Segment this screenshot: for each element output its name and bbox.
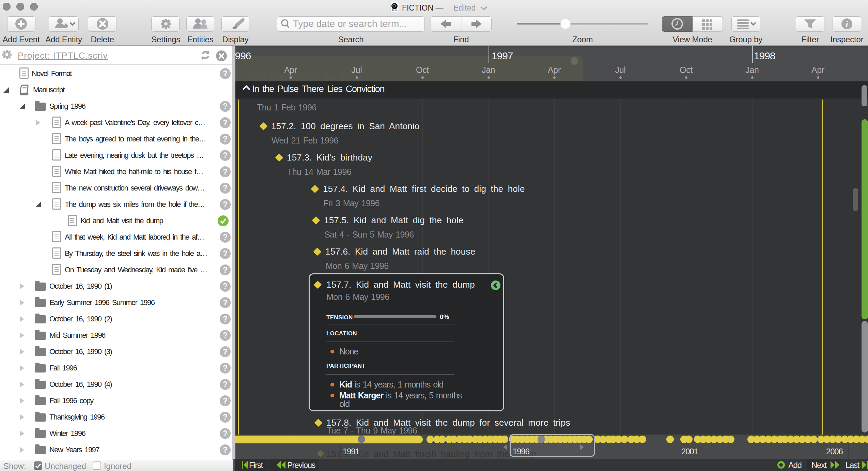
- svg-text:i: i: [846, 19, 848, 29]
